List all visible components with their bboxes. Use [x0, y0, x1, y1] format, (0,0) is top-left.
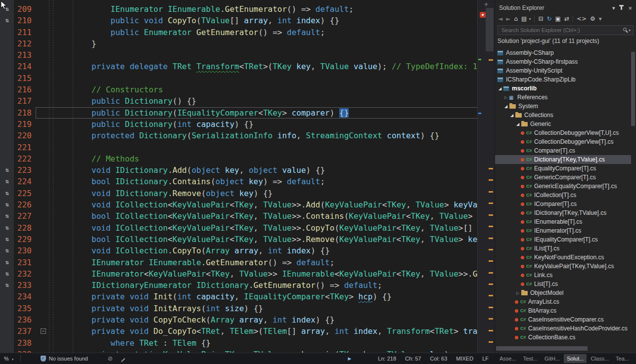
- tree-item-objectmodel[interactable]: ▷ObjectModel: [495, 288, 631, 297]
- code-line[interactable]: ⇅226 void ICollection<KeyValuePair<TKey,…: [0, 199, 478, 210]
- code-line[interactable]: ⇅230 void ICollection.CopyTo(Array array…: [0, 245, 478, 256]
- zoom-control[interactable]: %▼: [4, 356, 14, 362]
- tree-horizontal-scrollbar-thumb[interactable]: [496, 346, 588, 351]
- reference-updown-icon[interactable]: ⇅: [0, 222, 14, 234]
- expanded-arrow-icon[interactable]: ◢: [497, 86, 503, 91]
- refresh-icon[interactable]: ↻: [547, 15, 552, 22]
- tree-item-ienumerator-t-cs[interactable]: C#IEnumerator[T].cs: [495, 226, 631, 235]
- code-line[interactable]: 234 private void Init(int capacity, IEqu…: [0, 291, 478, 302]
- reference-updown-icon[interactable]: ⇅: [0, 257, 14, 268]
- reference-updown-icon[interactable]: ⇅: [0, 3, 14, 15]
- code-line[interactable]: ⇅231 IEnumerator IEnumerable.GetEnumerat…: [0, 257, 478, 268]
- tree-item-link-cs[interactable]: C#Link.cs: [495, 271, 631, 280]
- solution-root-label[interactable]: Solution 'project-gui' (11 of 11 project…: [495, 36, 636, 45]
- expanded-arrow-icon[interactable]: ◢: [503, 104, 509, 109]
- tree-item-ilist-t-cs[interactable]: C#IList[T].cs: [495, 244, 631, 253]
- reference-updown-icon[interactable]: ⇅: [0, 245, 14, 256]
- reference-updown-icon[interactable]: ⇅: [0, 268, 14, 280]
- panel-tab-asse[interactable]: Asse...: [497, 354, 519, 363]
- sync-with-active-document-icon[interactable]: ▤: [521, 15, 527, 22]
- tree-item-idictionary-tkey-tvalue-cs[interactable]: C#IDictionary[TKey,TValue].cs: [495, 208, 631, 217]
- code-line[interactable]: 216 // Constructors: [0, 84, 478, 95]
- status-play-icon[interactable]: ▶: [348, 356, 351, 361]
- home-icon[interactable]: ⌂: [514, 15, 518, 22]
- collapsed-arrow-icon[interactable]: ▷: [515, 291, 521, 295]
- properties-icon[interactable]: ⚙: [590, 15, 595, 22]
- code-line[interactable]: 238 where TRet : TElem {}: [0, 337, 478, 349]
- tree-item-assembly-unityscript[interactable]: Assembly-UnityScript: [495, 66, 631, 75]
- reference-updown-icon[interactable]: ⇅: [0, 280, 14, 291]
- tree-item-dictionary-tkey-tvalue-cs[interactable]: C#Dictionary[TKey,TValue].cs: [495, 155, 631, 164]
- code-line[interactable]: 219 public Dictionary(int capacity) {}: [0, 119, 478, 130]
- code-line[interactable]: ⇅228 void ICollection<KeyValuePair<TKey,…: [0, 222, 478, 234]
- reference-updown-icon[interactable]: ⇅: [0, 210, 14, 222]
- tree-item-keynotfoundexception-cs[interactable]: C#KeyNotFoundException.cs: [495, 253, 631, 262]
- sync-selection-icon[interactable]: ⇄: [564, 15, 569, 22]
- collapse-all-icon[interactable]: ⊟: [538, 15, 543, 22]
- tree-item-icsharpcode-sharpziplib[interactable]: ICSharpCode.SharpZipLib: [495, 75, 631, 84]
- window-position-caret-icon[interactable]: ▾: [612, 5, 615, 11]
- reference-updown-icon[interactable]: ⇅: [0, 188, 14, 199]
- back-icon[interactable]: ◄: [498, 15, 502, 22]
- code-editor[interactable]: ⇅209 IEnumerator IEnumerable.GetEnumerat…: [0, 0, 495, 353]
- code-line[interactable]: 218 public Dictionary(IEqualityComparer<…: [0, 107, 478, 119]
- tree-item-icomparer-t-cs[interactable]: C#IComparer[T].cs: [495, 200, 631, 208]
- code-line[interactable]: 213: [0, 49, 478, 61]
- collapse-region-icon[interactable]: −: [41, 328, 46, 334]
- tree-item-collectionbase-cs[interactable]: C#CollectionBase.cs: [495, 333, 631, 342]
- forward-icon[interactable]: ►: [506, 15, 510, 22]
- error-badge-icon[interactable]: [480, 12, 486, 18]
- pin-icon[interactable]: [621, 4, 622, 11]
- panel-tab-class[interactable]: Class...: [588, 354, 612, 363]
- reference-updown-icon[interactable]: ⇅: [0, 15, 14, 26]
- tree-item-list-t-cs[interactable]: C#List[T].cs: [495, 280, 631, 288]
- code-line[interactable]: ⇅209 IEnumerator IEnumerable.GetEnumerat…: [0, 3, 478, 15]
- tree-item-genericequalitycomparer-t-cs[interactable]: C#GenericEqualityComparer[T].cs: [495, 182, 631, 191]
- tree-item-comparer-t-cs[interactable]: C#Comparer[T].cs: [495, 146, 631, 155]
- code-line[interactable]: 220 protected Dictionary(SerializationIn…: [0, 130, 478, 141]
- tree-item-iequalitycomparer-t-cs[interactable]: C#IEqualityComparer[T].cs: [495, 235, 631, 244]
- tree-item-mscorlib[interactable]: ◢mscorlib: [495, 84, 631, 93]
- code-line[interactable]: ⇅224 bool IDictionary.Contains(object ke…: [0, 176, 478, 187]
- tree-item-assembly-csharp-firstpass[interactable]: Assembly-CSharp-firstpass: [495, 57, 631, 66]
- view-code-icon[interactable]: <>: [577, 15, 587, 22]
- tree-item-collections[interactable]: ◢Collections: [495, 111, 631, 120]
- tree-item-references[interactable]: ▷▦References: [495, 93, 631, 102]
- search-dropdown-caret-icon[interactable]: ▾: [629, 28, 631, 33]
- tree-item-arraylist-cs[interactable]: C#ArrayList.cs: [495, 297, 631, 306]
- code-line[interactable]: ⇅225 void IDictionary.Remove(object key)…: [0, 188, 478, 199]
- code-line[interactable]: ⇅229 bool ICollection<KeyValuePair<TKey,…: [0, 234, 478, 245]
- editor-scrollbar[interactable]: +: [477, 0, 495, 353]
- tree-item-assembly-csharp[interactable]: Assembly-CSharp: [495, 48, 631, 57]
- tree-item-bitarray-cs[interactable]: C#BitArray.cs: [495, 306, 631, 315]
- suppressed-issues-icon[interactable]: ⊘: [108, 355, 113, 362]
- search-box[interactable]: ▾: [498, 25, 634, 35]
- tree-item-caseinsensitivecomparer-cs[interactable]: C#CaseInsensitiveComparer.cs: [495, 315, 631, 324]
- overflow-caret-icon[interactable]: ▾: [599, 15, 602, 22]
- code-line[interactable]: 211 public Enumerator GetEnumerator() =>…: [0, 27, 478, 38]
- split-grip-icon[interactable]: +: [478, 1, 495, 8]
- close-icon[interactable]: ×: [628, 4, 632, 12]
- dropdown-caret-icon[interactable]: ▾: [529, 17, 531, 21]
- code-line[interactable]: 222 // Methods: [0, 153, 478, 164]
- code-line[interactable]: 237− private void Do_CopyTo<TRet, TElem>…: [0, 325, 478, 337]
- tree-item-equalitycomparer-t-cs[interactable]: C#EqualityComparer[T].cs: [495, 164, 631, 173]
- tree-vertical-scrollbar-thumb[interactable]: [631, 52, 635, 126]
- code-line[interactable]: ⇅210 public void CopyTo(TValue[] array, …: [0, 15, 478, 26]
- code-line[interactable]: 239 private static KeyValuePair<TKey, TV…: [0, 349, 478, 353]
- tree-item-collectiondebuggerview-t-cs[interactable]: C#CollectionDebuggerView[T].cs: [495, 137, 631, 146]
- reference-updown-icon[interactable]: ⇅: [0, 199, 14, 210]
- panel-tab-test[interactable]: Test...: [520, 354, 541, 363]
- reference-updown-icon[interactable]: ⇅: [0, 234, 14, 245]
- reference-updown-icon[interactable]: ⇅: [0, 164, 14, 176]
- panel-tab-tea[interactable]: Tea...: [613, 354, 632, 363]
- tree-item-keyvaluepair-tkey-tvalue-cs[interactable]: C#KeyValuePair[TKey,TValue].cs: [495, 262, 631, 271]
- expanded-arrow-icon[interactable]: ◢: [509, 113, 515, 118]
- editor-scrollbar-thumb[interactable]: [486, 8, 494, 51]
- code-line[interactable]: 212 }: [0, 38, 478, 49]
- show-all-files-icon[interactable]: ▣: [555, 15, 561, 22]
- collapsed-arrow-icon[interactable]: ▷: [503, 95, 509, 100]
- tree-item-genericcomparer-t-cs[interactable]: C#GenericComparer[T].cs: [495, 173, 631, 182]
- tree-item-caseinsensitivehashcodeprovider-cs[interactable]: C#CaseInsensitiveHashCodeProvider.cs: [495, 324, 631, 333]
- tree-item-collectiondebuggerview-t-u-cs[interactable]: C#CollectionDebuggerView[T,U].cs: [495, 128, 631, 137]
